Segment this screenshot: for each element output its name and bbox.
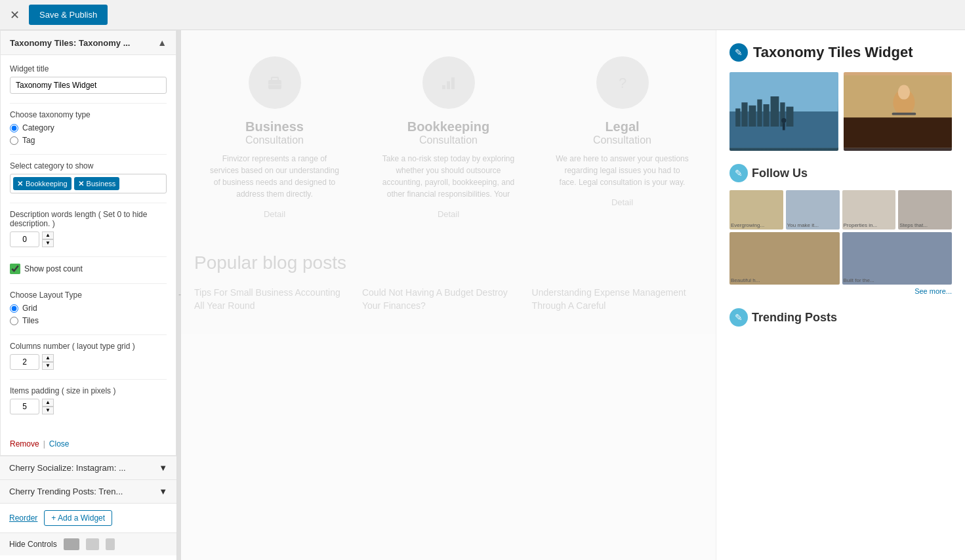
follow-icon: ✎	[729, 164, 748, 182]
tag-label: Bookkeeping	[26, 180, 68, 188]
right-sidebar: ✎ Taxonomy Tiles Widget	[716, 30, 965, 560]
insta-item-0[interactable]: Evergrowing...	[729, 190, 783, 230]
chevron-down-icon: ▼	[159, 487, 167, 496]
briefcase-icon	[263, 71, 287, 94]
spin-down-button[interactable]: ▼	[42, 407, 54, 414]
follow-title-text: Follow Us	[752, 167, 808, 180]
save-publish-button[interactable]: Save & Publish	[29, 5, 108, 25]
spin-down-button[interactable]: ▼	[42, 362, 54, 370]
svg-rect-1	[272, 77, 278, 81]
spin-up-button[interactable]: ▲	[42, 399, 54, 407]
person-svg	[844, 72, 953, 151]
widget-title-input[interactable]	[10, 77, 167, 94]
legal-title: Legal	[555, 119, 689, 134]
tag-label: Business	[87, 180, 116, 188]
person-image	[844, 72, 953, 151]
instagram-section[interactable]: Cherry Socialize: Instagram: ... ▼	[0, 456, 176, 479]
add-widget-button[interactable]: + Add a Widget	[44, 510, 112, 526]
tag-business[interactable]: ✕ Business	[74, 177, 120, 190]
business-subtitle: Consultation	[207, 134, 342, 146]
desc-length-input[interactable]	[10, 231, 39, 247]
business-title: Business	[207, 119, 342, 134]
radio-tiles[interactable]: Tiles	[10, 316, 167, 325]
insta-caption-2: Properties in...	[842, 221, 879, 230]
svg-rect-14	[771, 96, 779, 127]
bookkeeping-title: Bookkeeping	[381, 119, 516, 134]
trending-section-header: ✎ Trending Posts	[729, 308, 952, 327]
bookkeeping-desc: Take a no-risk step today by exploring w…	[381, 153, 516, 200]
blog-post-2: Understanding Expense Management Through…	[532, 287, 703, 312]
city-image	[729, 72, 838, 151]
tag-remove-icon[interactable]: ✕	[17, 180, 23, 188]
business-detail-link[interactable]: Detail	[264, 209, 285, 219]
insta-caption-5: Built for the...	[842, 276, 876, 285]
trending-posts-section[interactable]: Cherry Trending Posts: Tren... ▼	[0, 479, 176, 503]
chart-icon	[437, 71, 461, 94]
radio-category[interactable]: Category	[10, 123, 167, 132]
insta-caption-3: Steps that...	[898, 221, 929, 230]
desktop-view-icon[interactable]	[64, 538, 79, 550]
radio-tag[interactable]: Tag	[10, 136, 167, 145]
padding-input[interactable]	[10, 399, 39, 414]
see-more-link[interactable]: See more...	[729, 287, 952, 295]
taxonomy-icon: ✎	[729, 43, 748, 62]
svg-text:?: ?	[619, 75, 626, 91]
close-button[interactable]: ✕	[7, 7, 22, 23]
insta-caption-1: You make it...	[786, 221, 820, 230]
tag-container[interactable]: ✕ Bookkeeping ✕ Business	[10, 174, 167, 193]
show-post-count-checkbox[interactable]	[10, 264, 20, 274]
svg-point-22	[897, 85, 909, 100]
legal-detail-link[interactable]: Detail	[611, 197, 633, 207]
mobile-view-icon[interactable]	[106, 538, 115, 550]
business-icon-circle	[249, 56, 301, 109]
svg-rect-9	[735, 108, 740, 127]
svg-rect-11	[749, 106, 756, 127]
svg-rect-4	[447, 81, 450, 89]
bookkeeping-detail-link[interactable]: Detail	[438, 209, 459, 219]
insta-item-5[interactable]: Built for the...	[842, 232, 953, 285]
widget-section-header[interactable]: Taxonomy Tiles: Taxonomy ... ▲	[1, 31, 176, 55]
tile-business: Business Consultation Finvizor represent…	[194, 43, 355, 233]
radio-grid[interactable]: Grid	[10, 304, 167, 313]
remove-link[interactable]: Remove	[10, 439, 39, 449]
resize-dots: ···	[178, 293, 180, 297]
close-link[interactable]: Close	[49, 439, 70, 449]
radio-category-label: Category	[22, 123, 54, 132]
widget-section-title: Taxonomy Tiles: Taxonomy ...	[10, 38, 131, 48]
reorder-button[interactable]: Reorder	[9, 513, 37, 523]
insta-caption-0: Evergrowing...	[729, 221, 766, 230]
tablet-view-icon[interactable]	[86, 538, 99, 550]
desc-length-group: Description words length ( Set 0 to hide…	[10, 210, 167, 247]
columns-label: Columns number ( layout type grid )	[10, 342, 167, 351]
svg-rect-12	[757, 100, 762, 127]
widget-title-label: Widget title	[10, 64, 167, 73]
trending-posts-section-label: Cherry Trending Posts: Tren...	[9, 487, 123, 496]
trending-section: ✎ Trending Posts	[729, 308, 952, 327]
spin-up-button[interactable]: ▲	[42, 231, 54, 239]
columns-group: Columns number ( layout type grid ) ▲ ▼	[10, 342, 167, 370]
padding-group: Items padding ( size in pixels ) ▲ ▼	[10, 386, 167, 414]
bookkeeping-subtitle: Consultation	[381, 134, 516, 146]
layout-type-label: Choose Layout Type	[10, 290, 167, 300]
taxonomy-widget-title: Taxonomy Tiles Widget	[753, 44, 913, 61]
insta-item-1[interactable]: You make it...	[786, 190, 840, 230]
columns-input[interactable]	[10, 354, 39, 370]
main-content-area: Business Consultation Finvizor represent…	[181, 30, 716, 560]
select-category-group: Select category to show ✕ Bookkeeping ✕ …	[10, 161, 167, 193]
svg-rect-23	[892, 113, 916, 115]
tag-bookkeeping[interactable]: ✕ Bookkeeping	[13, 177, 72, 190]
padding-input-group: ▲ ▼	[10, 399, 167, 414]
insta-item-2[interactable]: Properties in...	[842, 190, 896, 230]
question-icon: ?	[611, 71, 634, 94]
tag-remove-icon[interactable]: ✕	[78, 180, 84, 188]
radio-grid-label: Grid	[22, 304, 37, 313]
insta-item-4[interactable]: Beautiful h...	[729, 232, 840, 285]
blog-section: Popular blog posts Tips For Small Busine…	[194, 252, 703, 312]
follow-section-title: ✎ Follow Us	[729, 164, 952, 182]
spin-up-button[interactable]: ▲	[42, 354, 54, 362]
taxonomy-type-group: Choose taxonomy type Category Tag	[10, 110, 167, 145]
insta-item-3[interactable]: Steps that...	[898, 190, 952, 230]
main-layout: Taxonomy Tiles: Taxonomy ... ▲ Widget ti…	[0, 30, 965, 560]
columns-input-group: ▲ ▼	[10, 354, 167, 370]
spin-down-button[interactable]: ▼	[42, 239, 54, 247]
